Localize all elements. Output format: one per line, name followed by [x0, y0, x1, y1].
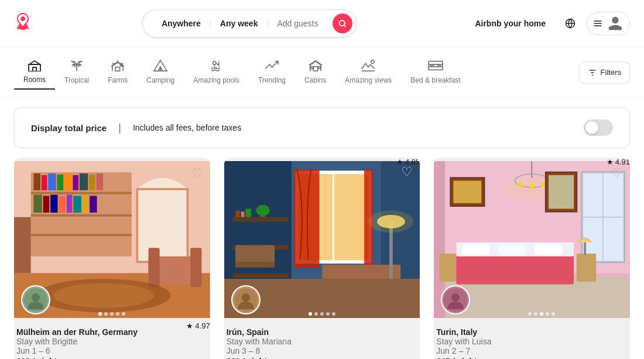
svg-rect-65 — [322, 265, 400, 279]
svg-rect-33 — [73, 175, 78, 190]
category-farms[interactable]: Farms — [98, 54, 137, 90]
amazing-views-icon — [361, 59, 376, 74]
svg-rect-98 — [535, 244, 563, 255]
wishlist-button-1[interactable]: ♡ — [191, 165, 203, 180]
category-tropical[interactable]: Tropical — [55, 54, 98, 90]
search-guests[interactable]: Add guests — [268, 19, 327, 28]
svg-rect-9 — [116, 67, 120, 71]
image-dots-3 — [528, 312, 555, 316]
category-bed-breakfast[interactable]: Bed & breakfast — [401, 54, 470, 90]
language-button[interactable] — [559, 12, 582, 35]
svg-rect-50 — [14, 217, 31, 273]
camping-icon — [153, 59, 168, 74]
logo[interactable] — [14, 13, 32, 35]
listing-dates-3: Jun 2 – 7 — [436, 346, 491, 355]
category-cabins-label: Cabins — [304, 76, 326, 84]
listing-image-2: ♡ — [224, 158, 420, 322]
svg-rect-28 — [33, 173, 40, 190]
avatar-image-1 — [22, 286, 49, 313]
search-week[interactable]: Any week — [211, 19, 268, 28]
svg-rect-40 — [59, 196, 65, 213]
svg-rect-73 — [245, 208, 251, 217]
wishlist-button-2[interactable]: ♡ — [401, 165, 413, 180]
dot — [122, 312, 125, 316]
svg-rect-42 — [73, 196, 81, 213]
svg-rect-70 — [232, 273, 289, 278]
dot — [326, 312, 330, 316]
listing-location-1: Mülheim an der Ruhr, Germany — [16, 327, 138, 337]
price-toggle[interactable] — [584, 119, 613, 136]
bed-breakfast-icon — [427, 59, 444, 74]
amazing-pools-icon — [209, 59, 224, 74]
svg-rect-27 — [31, 234, 132, 236]
svg-point-78 — [368, 210, 413, 233]
search-button[interactable] — [333, 13, 352, 33]
airbnb-your-home-link[interactable]: Airbnb your home — [467, 13, 554, 34]
category-bed-breakfast-label: Bed & breakfast — [410, 76, 460, 84]
svg-rect-13 — [310, 67, 313, 69]
category-trending-label: Trending — [258, 76, 286, 84]
svg-rect-34 — [80, 173, 88, 190]
dot — [309, 312, 312, 316]
listing-location-3: Turin, Italy — [436, 327, 491, 337]
listing-info-2: Irún, Spain Stay with Mariana Jun 3 – 8 … — [224, 322, 420, 359]
svg-rect-30 — [48, 173, 56, 190]
svg-point-11 — [213, 61, 216, 65]
listing-image-3: ♡ — [434, 158, 630, 322]
listing-price-1: €32 / night — [16, 357, 138, 359]
category-amazing-views[interactable]: Amazing views — [335, 54, 401, 90]
category-amazing-pools[interactable]: Amazing pools — [184, 54, 249, 90]
svg-rect-41 — [67, 195, 73, 213]
svg-rect-44 — [90, 196, 97, 213]
category-cabins[interactable]: Cabins — [295, 54, 335, 90]
farms-icon — [110, 59, 125, 74]
category-amazing-pools-label: Amazing pools — [193, 76, 239, 84]
price-description: Includes all fees, before taxes — [133, 123, 572, 132]
category-rooms-label: Rooms — [23, 76, 46, 84]
dot — [534, 312, 537, 316]
trending-icon — [264, 59, 279, 74]
category-camping[interactable]: Camping — [137, 54, 184, 90]
wishlist-button-3[interactable]: ♡ — [611, 165, 623, 180]
dot — [320, 312, 324, 316]
svg-rect-101 — [584, 242, 587, 255]
svg-rect-37 — [33, 195, 42, 213]
svg-rect-14 — [318, 67, 320, 69]
svg-point-54 — [32, 293, 40, 302]
search-location[interactable]: Anywhere — [152, 19, 211, 28]
svg-rect-32 — [64, 173, 71, 190]
listing-card-3[interactable]: ♡ Turin, Ita — [434, 158, 630, 359]
svg-rect-77 — [235, 245, 275, 262]
host-avatar-3 — [441, 285, 470, 314]
listing-info-1: Mülheim an der Ruhr, Germany Stay with B… — [14, 322, 210, 359]
svg-rect-25 — [31, 192, 132, 194]
star-icon: ★ — [186, 322, 193, 330]
filters-button[interactable]: Filters — [579, 61, 630, 84]
listing-card-2[interactable]: ♡ Irún, Spai — [224, 158, 420, 359]
listing-distance-1: Stay with Brigitte — [16, 337, 138, 346]
svg-line-1 — [344, 25, 345, 27]
svg-rect-100 — [577, 254, 596, 282]
dot — [551, 312, 555, 316]
svg-rect-68 — [232, 217, 289, 222]
user-menu-button[interactable] — [587, 12, 630, 35]
svg-rect-16 — [431, 65, 434, 67]
svg-rect-97 — [498, 244, 526, 255]
svg-rect-74 — [235, 262, 275, 268]
avatar-image-2 — [232, 286, 259, 313]
airbnb-logo-icon — [14, 13, 32, 35]
svg-rect-45 — [137, 189, 187, 262]
listing-rating-1: ★ 4.97 — [186, 322, 210, 330]
svg-rect-72 — [241, 211, 244, 217]
category-rooms[interactable]: Rooms — [14, 55, 55, 90]
listing-card-1[interactable]: ♡ Mülheim an — [14, 158, 210, 359]
search-bar[interactable]: Anywhere Any week Add guests — [142, 9, 357, 37]
rooms-icon — [28, 60, 42, 73]
listing-image-1: ♡ — [14, 158, 210, 322]
svg-point-82 — [242, 293, 250, 302]
category-camping-label: Camping — [146, 76, 174, 84]
dot — [332, 312, 335, 316]
category-trending[interactable]: Trending — [249, 54, 295, 90]
listings-grid: ♡ Mülheim an — [0, 158, 644, 359]
svg-rect-35 — [89, 175, 95, 190]
